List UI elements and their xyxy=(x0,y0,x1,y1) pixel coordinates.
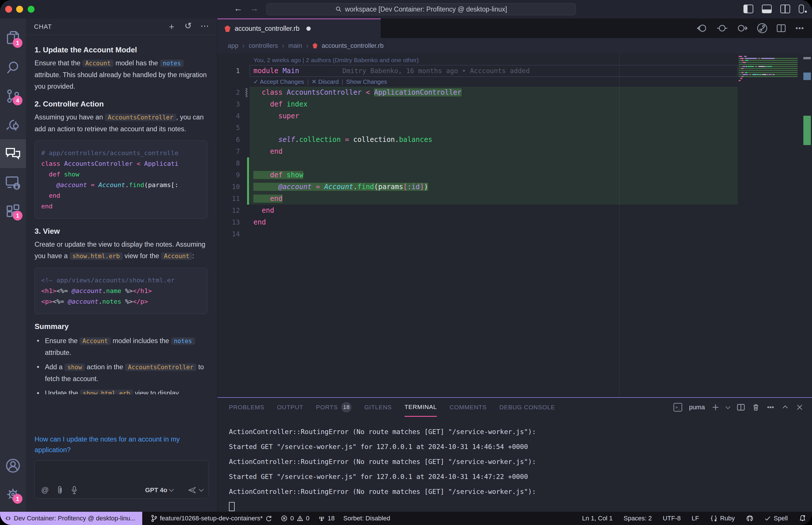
gitlens-forward-icon[interactable] xyxy=(737,23,748,33)
accounts-button[interactable] xyxy=(0,451,26,480)
history-forward-button[interactable]: → xyxy=(250,4,259,13)
close-window-button[interactable] xyxy=(5,6,12,13)
cursor-position-status[interactable]: Ln 1, Col 1 xyxy=(582,515,612,522)
code-token xyxy=(312,183,315,191)
ports-status[interactable]: 18 xyxy=(318,515,335,522)
panel-tab-terminal[interactable]: TERMINAL xyxy=(404,398,437,417)
breadcrumb-item[interactable]: main xyxy=(288,42,302,49)
sidebar-item-chat[interactable] xyxy=(0,139,26,168)
sidebar-item-explorer[interactable]: 1 xyxy=(0,24,26,53)
editor-more-actions-icon[interactable] xyxy=(795,24,804,32)
code-line[interactable]: 5 xyxy=(217,122,812,134)
maximize-panel-icon[interactable] xyxy=(782,404,789,411)
toggle-sidebar-icon[interactable] xyxy=(743,5,753,13)
toggle-secondary-sidebar-icon[interactable] xyxy=(780,5,790,13)
sidebar-item-source-control[interactable]: 4 xyxy=(0,82,26,110)
remote-indicator[interactable]: Dev Container: Profitency @ desktop-linu… xyxy=(0,512,142,525)
minimap-line xyxy=(739,60,798,61)
code-line[interactable]: 1module MainDmitry Babenko, 16 months ag… xyxy=(217,65,812,77)
panel-tab-comments[interactable]: COMMENTS xyxy=(449,398,487,417)
gitlens-revision-icon[interactable] xyxy=(717,23,728,33)
split-terminal-icon[interactable] xyxy=(737,404,745,411)
language-mode-status[interactable]: Ruby xyxy=(710,515,735,522)
terminal-process-name[interactable]: puma xyxy=(689,404,705,411)
sidebar-item-remote-explorer[interactable] xyxy=(0,168,26,197)
minimize-window-button[interactable] xyxy=(16,6,23,13)
git-graph-icon[interactable] xyxy=(757,23,768,34)
split-editor-icon[interactable] xyxy=(776,24,786,32)
code-token: AccountsController xyxy=(64,160,132,167)
sync-icon[interactable] xyxy=(265,515,272,522)
overview-ruler[interactable] xyxy=(802,54,812,397)
gitlens-back-icon[interactable] xyxy=(696,23,708,33)
new-chat-icon[interactable]: ＋ xyxy=(167,21,176,32)
text-segment: view for the xyxy=(123,252,161,260)
chat-more-actions-icon[interactable]: ⋯ xyxy=(201,21,209,32)
model-picker[interactable]: GPT 4o xyxy=(145,486,173,494)
attach-icon[interactable] xyxy=(57,486,63,495)
send-options-chevron-icon[interactable] xyxy=(199,487,204,492)
code-line[interactable]: 4 super xyxy=(217,110,812,122)
history-back-button[interactable]: ← xyxy=(234,4,242,13)
chat-input[interactable]: @ GPT 4o xyxy=(34,461,208,499)
notifications-bell[interactable] xyxy=(799,515,806,522)
code-line[interactable]: 8 xyxy=(217,158,812,169)
sorbet-status[interactable]: Sorbet: Disabled xyxy=(343,515,390,522)
chat-followup-link[interactable]: How can I update the notes for an accoun… xyxy=(26,432,217,455)
git-branch-icon xyxy=(151,515,157,522)
close-panel-icon[interactable] xyxy=(796,404,803,411)
tab-accounts-controller[interactable]: accounts_controller.rb xyxy=(217,18,381,38)
codelens-discard[interactable]: ✕ Discard xyxy=(312,78,339,85)
minimap[interactable] xyxy=(739,56,798,84)
code-line[interactable]: 11 end xyxy=(217,193,812,205)
code-line[interactable]: 14 xyxy=(217,228,812,240)
command-center-search[interactable]: workspace [Dev Container: Profitency @ d… xyxy=(266,3,576,15)
error-icon xyxy=(281,515,287,522)
send-icon[interactable] xyxy=(188,486,197,495)
code-line[interactable]: 12 end xyxy=(217,205,812,216)
panel-tab-problems[interactable]: PROBLEMS xyxy=(229,398,264,417)
zoom-window-button[interactable] xyxy=(28,6,34,13)
indentation-status[interactable]: Spaces: 2 xyxy=(624,515,652,522)
terminal-picker-chevron-icon[interactable] xyxy=(726,404,730,409)
code-line[interactable]: 9 def show xyxy=(217,169,812,181)
panel-more-actions-icon[interactable] xyxy=(767,404,774,411)
branch-status[interactable]: feature/10268-setup-dev-containers* xyxy=(151,515,272,522)
code-line[interactable]: 10 @account = Account.find(params[:id]) xyxy=(217,181,812,193)
spell-status[interactable]: Spell xyxy=(764,515,788,522)
code-line[interactable]: 6 self.collection = collection.balances xyxy=(217,134,812,146)
sidebar-item-search[interactable] xyxy=(0,53,26,82)
code-editor[interactable]: You, 2 weeks ago | 2 authors (Dmitry Bab… xyxy=(217,54,812,397)
code-line[interactable]: 2 class AccountsController < Application… xyxy=(217,87,812,99)
encoding-status[interactable]: UTF-8 xyxy=(663,515,681,522)
code-line[interactable]: 7 end xyxy=(217,146,812,158)
panel-tab-gitlens[interactable]: GITLENS xyxy=(364,398,392,417)
mic-icon[interactable] xyxy=(71,486,77,495)
breadcrumb-item[interactable]: app xyxy=(228,42,238,49)
problems-status[interactable]: 0 0 xyxy=(281,515,310,522)
codelens-show-changes[interactable]: Show Changes xyxy=(346,78,387,85)
eol-status[interactable]: LF xyxy=(692,515,699,522)
code-line[interactable]: 13end xyxy=(217,216,812,228)
settings-button[interactable]: 1 xyxy=(0,480,26,509)
customize-layout-icon[interactable] xyxy=(799,5,804,13)
octocat-status[interactable] xyxy=(746,515,753,522)
sidebar-item-extensions[interactable]: 1 xyxy=(0,197,26,226)
mention-icon[interactable]: @ xyxy=(41,485,49,495)
terminal-output[interactable]: ActionController::RoutingError (No route… xyxy=(217,417,812,511)
text-segment: model has the xyxy=(114,59,160,67)
sidebar-item-run-debug[interactable] xyxy=(0,110,26,139)
codelens-accept-changes[interactable]: ✓ Accept Changes xyxy=(253,78,304,85)
kill-terminal-icon[interactable] xyxy=(752,403,759,411)
chat-history-icon[interactable]: ↺ xyxy=(184,21,192,32)
panel-tab-output[interactable]: OUTPUT xyxy=(277,398,303,417)
breadcrumb-item[interactable]: controllers xyxy=(249,42,278,49)
panel-tab-debug-console[interactable]: DEBUG CONSOLE xyxy=(499,398,555,417)
panel-tab-ports[interactable]: PORTS18 xyxy=(316,398,352,417)
code-line[interactable]: 3 def index xyxy=(217,99,812,110)
modified-dot-icon[interactable] xyxy=(306,27,311,31)
breadcrumb-file[interactable]: accounts_controller.rb xyxy=(322,42,384,49)
toggle-panel-icon[interactable] xyxy=(762,5,772,13)
ports-badge: 18 xyxy=(341,402,352,412)
new-terminal-icon[interactable] xyxy=(712,404,719,411)
